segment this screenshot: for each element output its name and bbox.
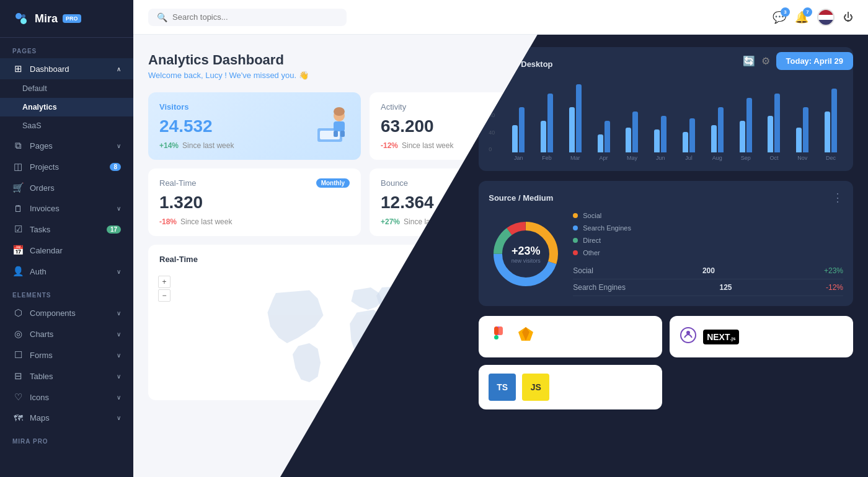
bar-desktop: [604, 121, 610, 152]
sidebar-item-label: Components: [30, 309, 76, 318]
figma-logo: [489, 325, 508, 349]
sidebar-logo: Mira PRO: [0, 0, 133, 38]
power-icon: ⏻: [843, 12, 853, 23]
sidebar-item-label: Dashboard: [30, 64, 69, 74]
svg-point-7: [334, 107, 345, 116]
sidebar-item-tasks[interactable]: ☑ Tasks 17: [0, 219, 133, 240]
source-social-name: Social: [573, 266, 593, 275]
sidebar-item-projects[interactable]: ◫ Projects 8: [0, 156, 133, 177]
sidebar-item-dashboard[interactable]: ⊞ Dashboard ∧: [0, 58, 133, 79]
bounce-change: +27%: [381, 217, 400, 226]
realtime-footer: -18% Since last week: [159, 217, 350, 226]
bar-desktop: [774, 94, 780, 152]
bar-group-may: [620, 112, 645, 152]
realtime-card: Real-Time Monthly 1.320 -18% Since last …: [148, 168, 361, 236]
pages-section-label: PAGES: [0, 38, 133, 58]
source-search-name: Search Engines: [573, 283, 626, 292]
map-zoom-in-button[interactable]: +: [158, 276, 170, 288]
visitors-label: Visitors: [159, 102, 188, 112]
sidebar-item-pages[interactable]: ⧉ Pages ∨: [0, 135, 133, 156]
bar-desktop: [632, 112, 638, 152]
bar-group-jan: [506, 107, 531, 152]
logo-icon: [12, 10, 30, 27]
subtitle-post: ! We've missed you. 👋: [224, 71, 308, 80]
sidebar-item-default[interactable]: Default: [0, 79, 133, 98]
legend-direct: Direct: [573, 237, 843, 244]
visitors-card: Visitors 24.532 +14% Since last week: [148, 92, 361, 160]
search-input[interactable]: [172, 12, 338, 22]
bar-month-label: Mar: [563, 155, 588, 161]
chevron-down-icon: ∨: [117, 142, 121, 149]
power-button[interactable]: ⏻: [843, 12, 853, 23]
bar-desktop: [547, 94, 553, 152]
bar-group-oct: [762, 94, 787, 152]
bar-month-label: Jan: [506, 155, 531, 161]
source-medium-card: Source / Medium ⋮: [479, 181, 853, 306]
sidebar-item-invoices[interactable]: 🗒 Invoices ∨: [0, 198, 133, 219]
source-medium-more[interactable]: ⋮: [832, 191, 843, 204]
sidebar-item-saas[interactable]: SaaS: [0, 116, 133, 135]
sidebar-item-analytics[interactable]: Analytics: [0, 98, 133, 116]
date-button[interactable]: Today: April 29: [776, 52, 853, 70]
sidebar-item-tables[interactable]: ⊟ Tables ∨: [0, 365, 133, 387]
invoices-icon: 🗒: [12, 203, 24, 214]
bottom-dark-row: Source / Medium ⋮: [479, 181, 853, 306]
bar-month-label: Feb: [534, 155, 559, 161]
search-box[interactable]: 🔍: [148, 9, 347, 26]
map-zoom-out-button[interactable]: −: [158, 289, 170, 302]
sidebar-item-label: Projects: [30, 162, 59, 172]
sidebar-item-components[interactable]: ⬡ Components ∨: [0, 302, 133, 323]
bar-pair: [654, 116, 666, 152]
visitors-change: +14%: [159, 141, 179, 150]
js-tools-card: NEXT.js: [670, 316, 853, 357]
bar-desktop: [718, 107, 724, 152]
source-social-change: +23%: [824, 266, 843, 275]
activity-change: -12%: [381, 141, 398, 150]
bar-chart-area: [506, 78, 843, 152]
notifications-button[interactable]: 💬 3: [773, 11, 786, 24]
projects-badge: 8: [110, 163, 121, 171]
javascript-logo: JS: [522, 374, 549, 401]
bar-group-apr: [591, 121, 616, 152]
sidebar-item-orders[interactable]: 🛒 Orders: [0, 177, 133, 198]
map-title: Real-Time: [159, 255, 198, 264]
bar-month-label: Jul: [676, 155, 701, 161]
bell-button[interactable]: 🔔 7: [795, 11, 808, 24]
sidebar-item-auth[interactable]: 👤 Auth ∨: [0, 261, 133, 282]
svg-point-1: [20, 18, 27, 24]
sidebar-sub-label: Analytics: [22, 103, 57, 112]
svg-rect-18: [498, 326, 503, 335]
sidebar-item-forms[interactable]: ☐ Forms ∨: [0, 344, 133, 365]
filter-button[interactable]: ⚙: [761, 55, 770, 67]
sidebar-item-label: Charts: [30, 330, 53, 339]
sidebar-item-icons[interactable]: ♡ Icons ∨: [0, 387, 133, 408]
content-area: Analytics Dashboard Welcome back, Lucy !…: [133, 35, 868, 477]
sidebar-sub-label: SaaS: [22, 121, 42, 130]
svg-point-23: [686, 331, 690, 335]
bar-pair: [796, 107, 808, 152]
forms-icon: ☐: [12, 349, 24, 361]
source-row-social: Social 200 +23%: [573, 263, 843, 279]
bar-month-label: May: [620, 155, 645, 161]
bar-mobile: [711, 125, 717, 152]
realtime-since: Since last week: [180, 217, 232, 226]
maps-icon: 🗺: [12, 413, 24, 423]
sidebar-item-calendar[interactable]: 📅 Calendar: [0, 240, 133, 261]
chevron-down-icon: ∨: [117, 268, 121, 275]
bar-mobile: [740, 121, 745, 152]
redux-logo: [680, 326, 697, 348]
topbar: 🔍 💬 3 🔔 7 ⏻: [133, 0, 868, 35]
refresh-button[interactable]: 🔄: [743, 55, 755, 67]
bar-mobile: [825, 112, 830, 152]
sidebar-item-maps[interactable]: 🗺 Maps ∨: [0, 408, 133, 428]
svg-rect-6: [334, 121, 345, 131]
page-header: Analytics Dashboard Welcome back, Lucy !…: [148, 52, 853, 80]
language-flag[interactable]: [817, 9, 835, 26]
chevron-down-icon: ∨: [117, 414, 121, 421]
donut-percent: +23%: [512, 245, 541, 258]
bar-desktop: [576, 84, 582, 152]
bar-month-label: Nov: [790, 155, 815, 161]
main-content: 🔍 💬 3 🔔 7 ⏻ Analytics Dashboard: [133, 0, 868, 477]
legend-social: Social: [573, 212, 843, 219]
sidebar-item-charts[interactable]: ◎ Charts ∨: [0, 323, 133, 344]
